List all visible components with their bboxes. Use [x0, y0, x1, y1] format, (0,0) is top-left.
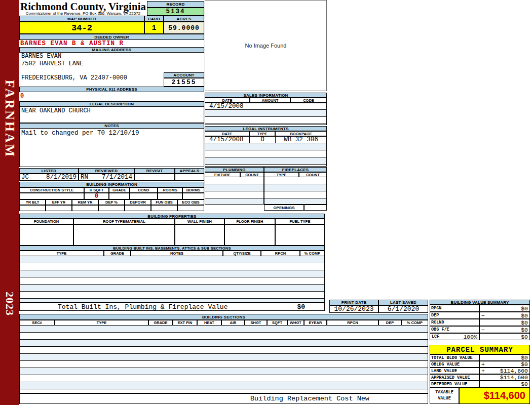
account-value: 21555 [164, 78, 204, 87]
bvs-lcf-label: LCF [432, 334, 439, 339]
built-ins-rpcn-header: RPCN [261, 251, 300, 256]
ps-total-bldg-value: $0 [521, 354, 528, 361]
legal-description-value: NEAR OAKLAND CHURCH [19, 107, 204, 123]
instrument-type-header: TYPE [249, 131, 275, 136]
notes-header: NOTES [19, 123, 204, 129]
plumbing-empty-rows [205, 177, 264, 205]
ps-deferred-op: − [481, 381, 485, 387]
grade-header: GRADE [109, 187, 130, 193]
built-ins-qty-header: QTY/SIZE [223, 251, 261, 256]
rooms-value [158, 193, 182, 199]
card-value: 1 [144, 22, 164, 34]
fireplaces-empty-rows [264, 177, 327, 205]
built-ins-header: BUILDING BUILT INS, BASEMENTS, ATTICS & … [19, 246, 325, 251]
bs-shgt-header: SHGT [245, 320, 267, 326]
appeals-header: APPEALS [175, 168, 204, 174]
bvs-dep-op: − [481, 312, 485, 319]
bvs-obs-value-cell: −$0 [479, 326, 530, 333]
built-ins-empty-rows [19, 256, 325, 303]
bs-sqft-header: SQFT [267, 320, 287, 326]
foundation-value [19, 224, 73, 246]
last-saved-header: LAST SAVED [378, 300, 428, 305]
deeded-owner-value: BARNES EVAN B & AUSTIN R [20, 40, 204, 47]
parcel-summary-header: PARCEL SUMMARY [430, 345, 530, 354]
bvs-lcf-value-cell: $0 [479, 333, 530, 340]
fuel-type-header: FUEL TYPE [275, 219, 325, 224]
bvs-rpcn-value-cell: $0 [479, 305, 530, 312]
account-header: ACCOUNT [164, 72, 204, 78]
footer-row: Building Replacement Cost New [19, 393, 428, 404]
ps-deferred-value: $0 [521, 381, 528, 387]
mailing-line-3: FREDERICKSBURG, VA 22407-0000 [21, 74, 127, 82]
sales-amount-header: AMOUNT [250, 98, 290, 103]
bs-extfin-header: EXT FIN [173, 320, 197, 326]
depovr-header: DEPOVR [125, 199, 151, 205]
listed-date: 8/1/2019 [46, 174, 77, 181]
wall-finish-value [175, 224, 224, 246]
bs-whgt-header: WHGT [287, 320, 304, 326]
ps-total-bldg-cell: $0 [479, 354, 530, 361]
card-header: CARD [144, 16, 164, 22]
listed-by: JC [21, 174, 29, 181]
building-value-summary-header: BUILDING VALUE SUMMARY [430, 300, 530, 305]
dep-pct-header: DEP % [98, 199, 125, 205]
ps-obldg-op: + [481, 361, 485, 368]
bs-air-header: AIR [221, 320, 245, 326]
bdrms-value [182, 193, 204, 199]
bs-sec-header: SEC# [19, 320, 55, 326]
plumbing-header: PLUMBING [205, 167, 264, 172]
listed-value: JC 8/1/2019 [19, 174, 79, 181]
notes-value: Mail to changed per T0 12/10/19 [19, 129, 204, 167]
yr-blt-value [19, 205, 46, 211]
bvs-lcf-label-cell: LCF 100% [430, 333, 479, 340]
roof-type-header: ROOF TYPE/MATERIAL [73, 219, 175, 224]
built-ins-total-row: Total Built Ins, Plumbing & Fireplace Va… [19, 303, 325, 311]
openings-label: OPENINGS [264, 205, 304, 211]
ps-total-bldg-label: TOTAL BLDG VALUE [430, 354, 479, 361]
revisit-header: REVISIT [134, 168, 175, 174]
built-ins-total-label: Total Built Ins, Plumbing & Fireplace Va… [58, 303, 227, 311]
eff-yr-header: EFF YR [46, 199, 72, 205]
floor-finish-header: FLOOR FINISH [224, 219, 275, 224]
ps-appraised-label: APPRAISED VALUE [430, 374, 479, 381]
h-sqft-header: H SQFT [84, 187, 109, 193]
sales-code-header: CODE [290, 98, 327, 103]
bvs-rclnd-label: RCLND [430, 319, 479, 326]
bvs-dep-value-cell: −$0 [479, 312, 530, 319]
fireplace-count-header: COUNT [299, 172, 327, 177]
foundation-header: FOUNDATION [19, 219, 73, 224]
bvs-rpcn-value: $0 [521, 305, 528, 312]
bvs-dep-value: $0 [521, 312, 528, 319]
district-sidebar: FARNHAM 2023 [0, 0, 19, 405]
built-ins-grade-header: GRADE [104, 251, 131, 256]
county-title: Richmond County, Virginia [20, 1, 146, 12]
acres-header: ACRES [164, 16, 204, 22]
rem-yr-header: REM YR [72, 199, 98, 205]
reviewed-header: REVIEWED [79, 168, 134, 174]
sales-information-header: SALES INFORMATION [205, 93, 327, 98]
property-image-placeholder: No Image Found [205, 0, 327, 91]
ps-appraised-value: $114,600 [500, 374, 528, 381]
tax-year-label: 2023 [3, 292, 16, 316]
eco-obs-header: ECO OBS [177, 199, 204, 205]
building-information-header: BUILDING INFORMATION [19, 182, 204, 187]
cond-value [130, 193, 158, 199]
bvs-rpcn-label: RPCN [430, 305, 479, 312]
ps-obldg-cell: +$0 [479, 361, 530, 368]
appeals-value [175, 174, 204, 181]
bs-heat-header: HEAT [197, 320, 221, 326]
ps-land-cell: +$114,600 [479, 368, 530, 374]
revisit-value [134, 174, 175, 181]
bs-comp-header: % COMP [401, 320, 428, 326]
record-value: 5134 [147, 8, 204, 16]
bvs-obs-value: $0 [521, 327, 528, 333]
legal-instruments-header: LEGAL INSTRUMENTS [205, 126, 327, 131]
reviewed-value: RN 7/1/2014 [79, 174, 134, 181]
floor-finish-value [224, 224, 275, 246]
depovr-value [125, 205, 151, 211]
bvs-rclnd-value-cell: $0 [479, 319, 530, 326]
bs-grade-header: GRADE [148, 320, 173, 326]
yr-blt-header: YR BLT [19, 199, 46, 205]
footer-label: Building Replacement Cost New [250, 395, 369, 402]
bvs-dep-label: DEP [430, 312, 479, 319]
